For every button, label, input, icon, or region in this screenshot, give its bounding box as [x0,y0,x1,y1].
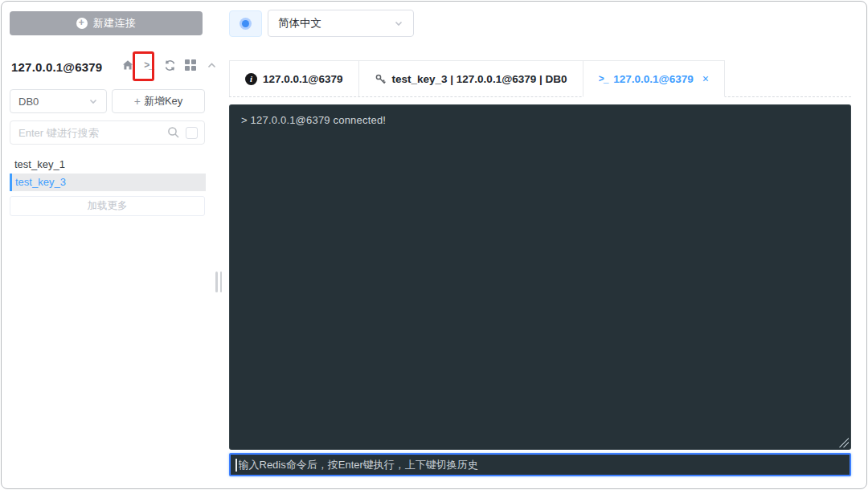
panel-splitter-handle[interactable] [215,272,223,296]
terminal-command-input[interactable] [237,459,850,471]
tab-label: 127.0.0.1@6379 [263,73,343,85]
key-list-item[interactable]: test_key_1 [11,156,206,174]
terminal-output-line: > 127.0.0.1@6379 connected! [241,113,839,128]
terminal-command-box [229,453,851,476]
blue-dot-icon [242,20,249,27]
app-window: + 新建连接 127.0.0.1@6379 >_ [1,1,867,489]
home-icon[interactable] [121,57,135,73]
terminal-icon[interactable]: >_ [141,57,156,73]
new-connection-label: 新建连接 [93,16,137,31]
settings-dot-button[interactable] [229,10,262,37]
connection-row[interactable]: 127.0.0.1@6379 >_ [11,55,206,79]
key-list-item-selected[interactable]: test_key_3 [10,174,206,191]
load-more-button[interactable]: 加载更多 [10,196,205,216]
resize-grip-icon[interactable] [838,437,849,447]
grid-icon[interactable] [183,57,198,73]
close-tab-icon[interactable]: × [702,72,709,85]
tab-key-detail[interactable]: test_key_3 | 127.0.0.1@6379 | DB0 [358,60,583,96]
refresh-icon[interactable] [162,57,177,73]
terminal-output[interactable]: > 127.0.0.1@6379 connected! [229,104,851,450]
language-select[interactable]: 简体中文 [268,10,414,37]
db-select[interactable]: DB0 [10,89,107,113]
load-more-label: 加载更多 [88,199,128,213]
plus-icon: + [134,95,141,108]
search-icon[interactable] [166,125,181,140]
key-search-box [10,120,205,145]
tab-terminal[interactable]: >_ 127.0.0.1@6379 × [583,60,725,97]
chevron-down-icon [394,18,403,28]
language-select-value: 简体中文 [278,16,321,31]
search-exact-checkbox[interactable] [186,127,198,139]
tab-bar: i 127.0.0.1@6379 test_key_3 | 127.0.0.1@… [229,60,851,97]
collapse-chevron-icon[interactable] [204,57,219,73]
add-key-button[interactable]: + 新增Key [112,89,205,113]
terminal-icon: >_ [599,73,608,84]
new-connection-button[interactable]: + 新建连接 [10,11,203,35]
db-select-value: DB0 [18,96,39,108]
tab-label: 127.0.0.1@6379 [613,73,694,85]
connection-name: 127.0.0.1@6379 [11,60,102,74]
key-search-input[interactable] [10,127,166,139]
key-icon [375,73,387,85]
tab-connection-info[interactable]: i 127.0.0.1@6379 [229,60,359,96]
chevron-down-icon [88,96,98,106]
connection-actions: >_ [121,57,219,73]
add-key-label: 新增Key [144,94,182,108]
tab-label: test_key_3 | 127.0.0.1@6379 | DB0 [392,73,567,85]
info-icon: i [245,73,257,85]
plus-circle-icon: + [76,18,88,29]
